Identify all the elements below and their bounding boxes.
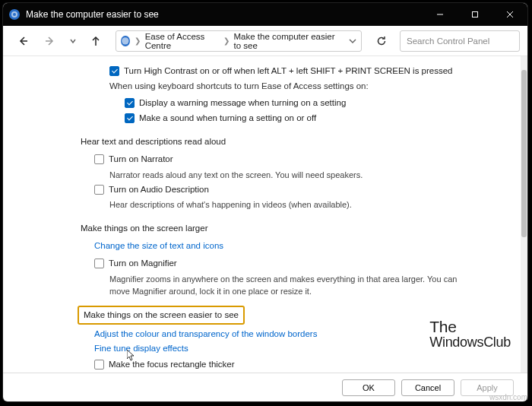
checkbox-warning-message[interactable]	[125, 98, 135, 108]
chevron-right-icon: ❯	[223, 36, 230, 45]
checkbox-sound[interactable]	[125, 113, 135, 123]
up-button[interactable]	[84, 30, 108, 52]
vertical-scrollbar[interactable]	[521, 56, 527, 373]
checkbox-focus-rectangle[interactable]	[94, 360, 104, 370]
mouse-cursor-icon	[127, 350, 136, 362]
toolbar: ❯ Ease of Access Centre ❯ Make the compu…	[3, 26, 527, 56]
minimize-button[interactable]	[423, 3, 458, 26]
checkbox-audio-description[interactable]	[94, 185, 104, 195]
svg-rect-3	[473, 12, 478, 17]
back-button[interactable]	[11, 30, 35, 52]
hint-text: Magnifier zooms in anywhere on the scree…	[109, 273, 510, 298]
checkbox-label: Turn on Audio Description	[109, 183, 209, 196]
hint-text: Hear descriptions of what's happening in…	[109, 198, 510, 211]
hint-text: Narrator reads aloud any text on the scr…	[109, 169, 510, 182]
watermark-domain: wsxdn.com	[489, 393, 527, 401]
checkbox-label: Turn High Contrast on or off when left A…	[124, 65, 453, 78]
checkbox-label: Make a sound when turning a setting on o…	[139, 112, 316, 125]
close-button[interactable]	[492, 3, 527, 26]
sub-label: When using keyboard shortcuts to turn Ea…	[109, 80, 510, 93]
refresh-button[interactable]	[371, 30, 392, 52]
window: Make the computer easier to see ❯ Ease o…	[3, 3, 527, 401]
section-heading-highlighted: Make things on the screen easier to see	[78, 306, 245, 325]
checkbox-high-contrast[interactable]	[109, 66, 119, 76]
section-heading: Hear text and descriptions read aloud	[81, 135, 510, 148]
maximize-button[interactable]	[458, 3, 492, 26]
control-panel-icon	[121, 36, 130, 46]
checkbox-narrator[interactable]	[94, 154, 104, 164]
cancel-button[interactable]: Cancel	[401, 379, 454, 396]
svg-point-1	[13, 13, 16, 16]
chevron-right-icon: ❯	[135, 36, 141, 45]
section-heading: Make things on the screen larger	[81, 222, 510, 235]
link-text-size[interactable]: Change the size of text and icons	[94, 239, 510, 252]
checkbox-label: Display a warning message when turning o…	[139, 97, 346, 109]
checkbox-label: Turn on Magnifier	[109, 257, 177, 270]
chevron-down-icon[interactable]	[349, 37, 356, 45]
checkbox-magnifier[interactable]	[94, 259, 104, 268]
svg-point-9	[122, 37, 128, 44]
address-bar[interactable]: ❯ Ease of Access Centre ❯ Make the compu…	[116, 30, 362, 52]
breadcrumb-segment[interactable]: Make the computer easier to see	[234, 32, 340, 50]
history-dropdown[interactable]	[65, 38, 81, 44]
forward-button[interactable]	[38, 30, 62, 52]
ok-button[interactable]: OK	[342, 379, 395, 396]
breadcrumb-segment[interactable]: Ease of Access Centre	[145, 32, 219, 50]
footer: OK Cancel Apply	[3, 373, 527, 401]
titlebar: Make the computer easier to see	[3, 3, 527, 26]
window-title: Make the computer easier to see	[26, 9, 159, 20]
checkbox-label: Turn on Narrator	[109, 153, 173, 166]
scrollbar-thumb[interactable]	[521, 70, 527, 237]
app-icon	[9, 9, 20, 20]
watermark-logo: The WindowsClub	[429, 319, 511, 350]
search-input[interactable]: Search Control Panel	[400, 30, 520, 52]
